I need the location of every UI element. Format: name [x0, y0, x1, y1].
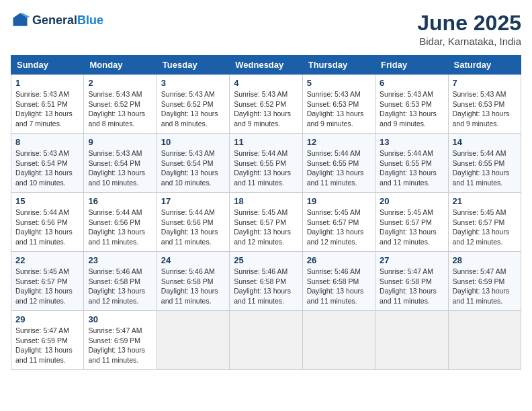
header-wednesday: Wednesday: [230, 56, 302, 75]
day-19: 19 Sunrise: 5:45 AMSunset: 6:57 PMDaylig…: [302, 193, 375, 252]
logo-icon: [11, 11, 30, 30]
location: Bidar, Karnataka, India: [417, 36, 521, 47]
day-5: 5 Sunrise: 5:43 AMSunset: 6:53 PMDayligh…: [302, 75, 375, 134]
day-14: 14 Sunrise: 5:44 AMSunset: 6:55 PMDaylig…: [448, 134, 521, 193]
week-row-3: 15 Sunrise: 5:44 AMSunset: 6:56 PMDaylig…: [11, 193, 521, 252]
page-header: GeneralBlue June 2025 Bidar, Karnataka, …: [11, 11, 521, 47]
header-tuesday: Tuesday: [157, 56, 229, 75]
day-25: 25 Sunrise: 5:46 AMSunset: 6:58 PMDaylig…: [230, 252, 302, 311]
header-friday: Friday: [375, 56, 448, 75]
logo: GeneralBlue: [11, 11, 103, 30]
header-thursday: Thursday: [302, 56, 375, 75]
day-7: 7 Sunrise: 5:43 AMSunset: 6:53 PMDayligh…: [448, 75, 521, 134]
day-22: 22 Sunrise: 5:45 AMSunset: 6:57 PMDaylig…: [11, 252, 84, 311]
day-4: 4 Sunrise: 5:43 AMSunset: 6:52 PMDayligh…: [230, 75, 302, 134]
day-27: 27 Sunrise: 5:47 AMSunset: 6:58 PMDaylig…: [375, 252, 448, 311]
empty-cell-1: [157, 311, 229, 370]
day-18: 18 Sunrise: 5:45 AMSunset: 6:57 PMDaylig…: [230, 193, 302, 252]
header-monday: Monday: [84, 56, 157, 75]
header-saturday: Saturday: [448, 56, 521, 75]
day-16: 16 Sunrise: 5:44 AMSunset: 6:56 PMDaylig…: [84, 193, 157, 252]
day-8: 8 Sunrise: 5:43 AMSunset: 6:54 PMDayligh…: [11, 134, 84, 193]
day-10: 10 Sunrise: 5:43 AMSunset: 6:54 PMDaylig…: [157, 134, 229, 193]
empty-cell-2: [230, 311, 302, 370]
day-24: 24 Sunrise: 5:46 AMSunset: 6:58 PMDaylig…: [157, 252, 229, 311]
day-28: 28 Sunrise: 5:47 AMSunset: 6:59 PMDaylig…: [448, 252, 521, 311]
calendar: Sunday Monday Tuesday Wednesday Thursday…: [11, 55, 521, 370]
empty-cell-3: [302, 311, 375, 370]
week-row-4: 22 Sunrise: 5:45 AMSunset: 6:57 PMDaylig…: [11, 252, 521, 311]
day-20: 20 Sunrise: 5:45 AMSunset: 6:57 PMDaylig…: [375, 193, 448, 252]
day-23: 23 Sunrise: 5:46 AMSunset: 6:58 PMDaylig…: [84, 252, 157, 311]
month-title: June 2025: [417, 11, 521, 36]
empty-cell-4: [375, 311, 448, 370]
day-30: 30 Sunrise: 5:47 AMSunset: 6:59 PMDaylig…: [84, 311, 157, 370]
logo-text-general: General: [32, 13, 77, 27]
header-sunday: Sunday: [11, 56, 84, 75]
week-row-5: 29 Sunrise: 5:47 AMSunset: 6:59 PMDaylig…: [11, 311, 521, 370]
day-13: 13 Sunrise: 5:44 AMSunset: 6:55 PMDaylig…: [375, 134, 448, 193]
weekday-header-row: Sunday Monday Tuesday Wednesday Thursday…: [11, 56, 521, 75]
week-row-2: 8 Sunrise: 5:43 AMSunset: 6:54 PMDayligh…: [11, 134, 521, 193]
day-26: 26 Sunrise: 5:46 AMSunset: 6:58 PMDaylig…: [302, 252, 375, 311]
day-11: 11 Sunrise: 5:44 AMSunset: 6:55 PMDaylig…: [230, 134, 302, 193]
day-9: 9 Sunrise: 5:43 AMSunset: 6:54 PMDayligh…: [84, 134, 157, 193]
day-12: 12 Sunrise: 5:44 AMSunset: 6:55 PMDaylig…: [302, 134, 375, 193]
day-29: 29 Sunrise: 5:47 AMSunset: 6:59 PMDaylig…: [11, 311, 84, 370]
day-21: 21 Sunrise: 5:45 AMSunset: 6:57 PMDaylig…: [448, 193, 521, 252]
logo-text-blue: Blue: [77, 13, 103, 27]
week-row-1: 1 Sunrise: 5:43 AMSunset: 6:51 PMDayligh…: [11, 75, 521, 134]
day-1: 1 Sunrise: 5:43 AMSunset: 6:51 PMDayligh…: [11, 75, 84, 134]
title-block: June 2025 Bidar, Karnataka, India: [417, 11, 521, 47]
day-6: 6 Sunrise: 5:43 AMSunset: 6:53 PMDayligh…: [375, 75, 448, 134]
day-2: 2 Sunrise: 5:43 AMSunset: 6:52 PMDayligh…: [84, 75, 157, 134]
day-17: 17 Sunrise: 5:44 AMSunset: 6:56 PMDaylig…: [157, 193, 229, 252]
empty-cell-5: [448, 311, 521, 370]
day-15: 15 Sunrise: 5:44 AMSunset: 6:56 PMDaylig…: [11, 193, 84, 252]
day-3: 3 Sunrise: 5:43 AMSunset: 6:52 PMDayligh…: [157, 75, 229, 134]
